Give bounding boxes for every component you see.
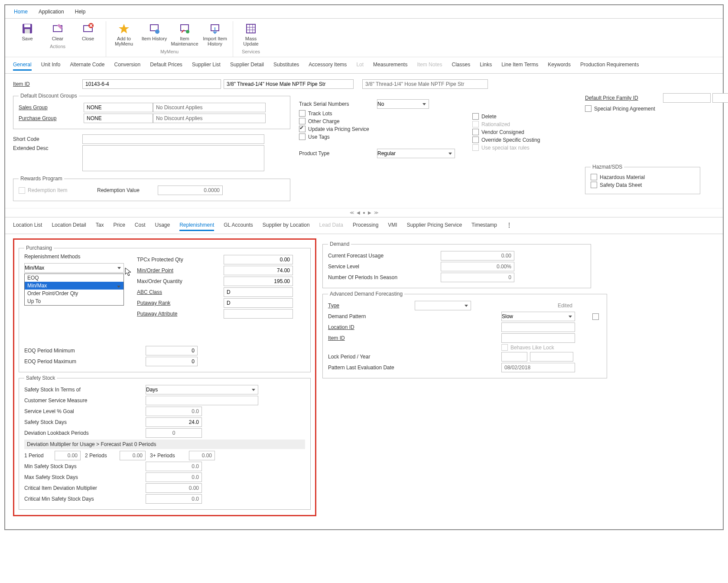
min-order-point-input[interactable] bbox=[224, 266, 293, 275]
import-history-button[interactable]: Import Item History bbox=[200, 21, 230, 47]
short-code-input[interactable] bbox=[82, 134, 264, 144]
top-tab-unit-info[interactable]: Unit Info bbox=[41, 60, 61, 71]
max-order-qty-input[interactable] bbox=[224, 277, 293, 286]
sub-tab-processing[interactable]: Processing bbox=[353, 220, 378, 231]
adf-type-select[interactable] bbox=[415, 301, 471, 310]
sub-tab-location-list[interactable]: Location List bbox=[13, 220, 42, 231]
item-id-label[interactable]: Item ID bbox=[13, 81, 82, 87]
clear-button[interactable]: Clear bbox=[42, 21, 73, 42]
sub-tab-gl-accounts[interactable]: GL Accounts bbox=[224, 220, 253, 231]
sub-tab-more-icon[interactable]: ⋮ bbox=[507, 220, 512, 231]
top-tab-classes[interactable]: Classes bbox=[452, 60, 470, 71]
purchase-group-input[interactable] bbox=[84, 114, 153, 123]
special-pricing-checkbox[interactable] bbox=[585, 105, 592, 112]
other-charge-checkbox[interactable] bbox=[299, 118, 306, 124]
pager-first-icon[interactable]: ≪ bbox=[350, 210, 354, 215]
top-tab-general[interactable]: General bbox=[13, 60, 32, 71]
crit-min-input bbox=[146, 494, 202, 504]
pager-last-icon[interactable]: ≫ bbox=[374, 210, 378, 215]
pager-prev-icon[interactable]: ◀ bbox=[357, 210, 360, 215]
redemption-item-label: Redemption Item bbox=[28, 187, 97, 193]
top-tab-measurements[interactable]: Measurements bbox=[373, 60, 407, 71]
hazardous-checkbox[interactable] bbox=[591, 174, 597, 180]
mass-update-button[interactable]: Mass Update bbox=[236, 21, 266, 47]
vendor-consigned-checkbox[interactable] bbox=[472, 129, 479, 135]
purchase-group-label[interactable]: Purchase Group bbox=[19, 115, 84, 121]
putaway-attr-label[interactable]: Putaway Attribute bbox=[137, 311, 224, 317]
sub-tab-replenishment[interactable]: Replenishment bbox=[179, 220, 214, 231]
delete-checkbox[interactable] bbox=[472, 113, 479, 120]
putaway-attr-input[interactable] bbox=[224, 309, 293, 319]
sub-tab-tax[interactable]: Tax bbox=[96, 220, 104, 231]
adf-item-label[interactable]: Item ID bbox=[328, 335, 415, 341]
extended-desc-input[interactable] bbox=[82, 145, 264, 171]
top-tab-accessory-items[interactable]: Accessory Items bbox=[309, 60, 347, 71]
save-label: Save bbox=[22, 36, 32, 41]
add-to-mymenu-button[interactable]: Add to MyMenu bbox=[109, 21, 139, 47]
sales-group-input[interactable] bbox=[84, 103, 153, 112]
close-button[interactable]: Close bbox=[73, 21, 103, 42]
sub-tab-vmi[interactable]: VMI bbox=[388, 220, 397, 231]
item-id-input[interactable] bbox=[82, 79, 221, 89]
ss-days-input[interactable] bbox=[146, 417, 202, 427]
top-tab-supplier-list[interactable]: Supplier List bbox=[192, 60, 221, 71]
putaway-rank-input[interactable] bbox=[224, 298, 293, 308]
top-tab-substitutes[interactable]: Substitutes bbox=[273, 60, 299, 71]
top-tab-item-notes: Item Notes bbox=[417, 60, 442, 71]
pager-next-icon[interactable]: ▶ bbox=[368, 210, 371, 215]
sub-tab-timestamp[interactable]: Timestamp bbox=[471, 220, 497, 231]
abc-class-label[interactable]: ABC Class bbox=[137, 289, 224, 295]
top-tab-alternate-code[interactable]: Alternate Code bbox=[70, 60, 104, 71]
top-tab-line-item-terms[interactable]: Line Item Terms bbox=[501, 60, 538, 71]
replen-opt-orderpoint[interactable]: Order Point/Order Qty bbox=[25, 290, 124, 297]
adf-edited-label: Edited bbox=[558, 303, 572, 309]
item-desc1-input[interactable] bbox=[224, 79, 354, 89]
replenishment-methods-dropdown[interactable]: EOQ Min/Max Order Point/Order Qty Up To bbox=[24, 274, 124, 306]
sds-checkbox[interactable] bbox=[591, 182, 597, 188]
demand-pattern-select[interactable]: Slow bbox=[501, 312, 575, 321]
use-tags-checkbox[interactable] bbox=[299, 134, 306, 140]
top-tab-links[interactable]: Links bbox=[480, 60, 492, 71]
abc-class-input[interactable] bbox=[224, 287, 293, 297]
update-pricing-label: Update via Pricing Service bbox=[308, 126, 369, 132]
top-tab-conversion[interactable]: Conversion bbox=[114, 60, 140, 71]
sub-tab-supplier-by-location[interactable]: Supplier by Location bbox=[263, 220, 310, 231]
track-serial-select[interactable]: No bbox=[377, 99, 429, 109]
eoq-min-input[interactable] bbox=[146, 346, 198, 355]
menu-application[interactable]: Application bbox=[39, 9, 64, 15]
putaway-rank-label[interactable]: Putaway Rank bbox=[137, 300, 224, 306]
track-lots-checkbox[interactable] bbox=[299, 110, 306, 117]
menu-home[interactable]: Home bbox=[14, 9, 28, 15]
min-order-point-label[interactable]: Min/Order Point bbox=[137, 267, 224, 274]
top-tab-keywords[interactable]: Keywords bbox=[548, 60, 571, 71]
adf-edited-checkbox[interactable] bbox=[592, 313, 599, 320]
sales-group-label[interactable]: Sales Group bbox=[19, 104, 84, 111]
sub-tab-supplier-pricing-service[interactable]: Supplier Pricing Service bbox=[407, 220, 462, 231]
top-tab-production-requirements[interactable]: Production Requirements bbox=[580, 60, 639, 71]
tpcx-input[interactable] bbox=[224, 255, 293, 264]
item-history-button[interactable]: Item History bbox=[139, 21, 169, 47]
adf-type-label[interactable]: Type bbox=[328, 303, 415, 309]
replenishment-methods-select[interactable]: Min/Max bbox=[24, 263, 124, 273]
override-costing-checkbox[interactable] bbox=[472, 137, 479, 143]
price-family-input[interactable] bbox=[663, 93, 711, 103]
product-type-select[interactable]: Regular bbox=[377, 149, 455, 158]
top-tab-supplier-detail[interactable]: Supplier Detail bbox=[230, 60, 264, 71]
top-tab-default-prices[interactable]: Default Prices bbox=[150, 60, 182, 71]
eoq-max-input[interactable] bbox=[146, 357, 198, 366]
save-button[interactable]: Save bbox=[12, 21, 42, 42]
replen-opt-upto[interactable]: Up To bbox=[25, 297, 124, 305]
ss-terms-select[interactable]: Days bbox=[146, 385, 258, 394]
item-maintenance-button[interactable]: Item Maintenance bbox=[169, 21, 200, 47]
safety-stock-fieldset: Safety Stock Safety Stock In Terms ofDay… bbox=[19, 375, 311, 510]
sub-tab-cost[interactable]: Cost bbox=[135, 220, 146, 231]
sub-tab-location-detail[interactable]: Location Detail bbox=[52, 220, 86, 231]
update-pricing-checkbox[interactable] bbox=[299, 126, 306, 132]
adf-location-label[interactable]: Location ID bbox=[328, 324, 415, 330]
sub-tab-price[interactable]: Price bbox=[113, 220, 125, 231]
sub-tab-usage[interactable]: Usage bbox=[155, 220, 170, 231]
replen-opt-minmax[interactable]: Min/Max bbox=[25, 282, 124, 290]
price-family-label[interactable]: Default Price Family ID bbox=[585, 95, 663, 101]
menu-help[interactable]: Help bbox=[75, 9, 86, 15]
replen-opt-eoq[interactable]: EOQ bbox=[25, 274, 124, 282]
